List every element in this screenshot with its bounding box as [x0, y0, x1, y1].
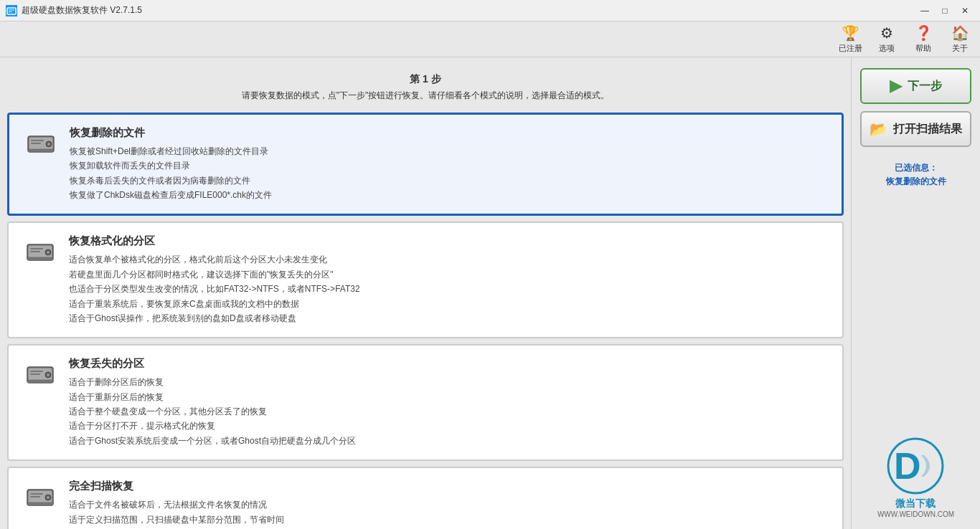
svg-rect-30	[27, 502, 53, 505]
option-text-scan: 完全扫描恢复 适合于文件名被破坏后，无法根据文件名恢复的情况适于定义扫描范围，只…	[69, 480, 327, 529]
svg-rect-0	[7, 8, 16, 14]
option-desc-lost: 适合于删除分区后的恢复适合于重新分区后的恢复适合于整个硬盘变成一个分区，其他分区…	[69, 375, 356, 448]
brand-url: WWW.WEIDOWN.COM	[877, 510, 954, 518]
brand-name: 微当下载	[895, 497, 936, 510]
options-container: 恢复删除的文件 恢复被Shift+Del删除或者经过回收站删除的文件目录恢复卸载…	[7, 113, 844, 529]
option-recover-lost[interactable]: 恢复丢失的分区 适合于删除分区后的恢复适合于重新分区后的恢复适合于整个硬盘变成一…	[7, 344, 844, 461]
toolbar-about[interactable]: 🏠 关于	[947, 24, 973, 54]
option-full-scan[interactable]: 完全扫描恢复 适合于文件名被破坏后，无法根据文件名恢复的情况适于定义扫描范围，只…	[7, 467, 844, 529]
app-title: 超级硬盘数据恢复软件 V2.7.1.5	[22, 4, 915, 16]
window-controls: — □ ✕	[915, 3, 974, 19]
svg-rect-22	[30, 373, 40, 375]
options-icon: ⚙	[880, 24, 893, 42]
option-icon-deleted	[24, 126, 58, 161]
svg-rect-23	[27, 380, 53, 383]
toolbar: 🏆 已注册 ⚙ 选项 ❓ 帮助 🏠 关于	[0, 22, 980, 57]
selected-info-label: 已选信息：	[895, 163, 938, 173]
svg-point-27	[47, 497, 50, 499]
next-label: 下一步	[908, 79, 942, 94]
option-title-lost: 恢复丢失的分区	[69, 357, 334, 371]
step-header: 第 1 步 请要恢复数据的模式，点"下一步"按钮进行恢复。请仔细看各个模式的说明…	[7, 65, 844, 113]
option-icon-lost	[23, 357, 57, 391]
about-icon: 🏠	[951, 24, 969, 42]
svg-text:D: D	[894, 445, 921, 487]
help-icon: ❓	[915, 24, 933, 42]
svg-rect-28	[30, 493, 43, 495]
selected-info-value: 恢复删除的文件	[886, 176, 946, 186]
option-recover-formatted[interactable]: 恢复格式化的分区 适合恢复单个被格式化的分区，格式化前后这个分区大小未发生变化若…	[7, 221, 844, 338]
toolbar-registered-label: 已注册	[839, 43, 862, 54]
registered-icon: 🏆	[842, 24, 859, 42]
svg-rect-15	[30, 251, 40, 252]
app-icon	[6, 5, 17, 16]
open-scan-button[interactable]: 📂 打开扫描结果	[860, 111, 971, 147]
toolbar-about-label: 关于	[952, 43, 968, 54]
option-recover-deleted[interactable]: 恢复删除的文件 恢复被Shift+Del删除或者经过回收站删除的文件目录恢复卸载…	[7, 113, 844, 216]
next-button[interactable]: ▶ 下一步	[860, 68, 971, 104]
next-icon: ▶	[890, 77, 902, 95]
svg-rect-7	[31, 140, 44, 141]
minimize-button[interactable]: —	[915, 3, 934, 19]
option-title-deleted: 恢复删除的文件	[70, 126, 250, 140]
close-button[interactable]: ✕	[956, 3, 974, 19]
step-title: 第 1 步	[7, 70, 844, 88]
selected-info: 已选信息： 恢复删除的文件	[886, 161, 946, 189]
option-icon-formatted	[23, 234, 57, 269]
option-title-formatted: 恢复格式化的分区	[69, 234, 339, 248]
option-text-lost: 恢复丢失的分区 适合于删除分区后的恢复适合于重新分区后的恢复适合于整个硬盘变成一…	[69, 357, 356, 448]
content-area: 第 1 步 请要恢复数据的模式，点"下一步"按钮进行恢复。请仔细看各个模式的说明…	[0, 57, 851, 529]
option-text-formatted: 恢复格式化的分区 适合恢复单个被格式化的分区，格式化前后这个分区大小未发生变化若…	[69, 234, 360, 325]
open-scan-label: 打开扫描结果	[893, 122, 962, 137]
maximize-button[interactable]: □	[936, 3, 954, 19]
body: 第 1 步 请要恢复数据的模式，点"下一步"按钮进行恢复。请仔细看各个模式的说明…	[0, 57, 980, 529]
svg-rect-29	[30, 496, 40, 497]
svg-point-20	[47, 374, 50, 376]
svg-rect-14	[30, 248, 43, 249]
toolbar-help[interactable]: ❓ 帮助	[910, 24, 936, 54]
right-sidebar: ▶ 下一步 📂 打开扫描结果 已选信息： 恢复删除的文件 D 微当下载 WWW.…	[851, 57, 980, 529]
option-title-scan: 完全扫描恢复	[69, 480, 306, 493]
svg-rect-21	[30, 371, 43, 372]
open-scan-icon: 📂	[870, 120, 887, 138]
option-icon-scan	[23, 480, 57, 514]
toolbar-options-label: 选项	[879, 43, 895, 54]
option-desc-deleted: 恢复被Shift+Del删除或者经过回收站删除的文件目录恢复卸载软件而丢失的文件…	[70, 144, 272, 203]
brand-area: D 微当下载 WWW.WEIDOWN.COM	[877, 437, 954, 518]
toolbar-options[interactable]: ⚙ 选项	[874, 24, 900, 54]
option-desc-scan: 适合于文件名被破坏后，无法根据文件名恢复的情况适于定义扫描范围，只扫描硬盘中某部…	[69, 497, 327, 529]
title-bar: 超级硬盘数据恢复软件 V2.7.1.5 — □ ✕	[0, 0, 980, 22]
toolbar-registered[interactable]: 🏆 已注册	[837, 24, 863, 54]
option-text-deleted: 恢复删除的文件 恢复被Shift+Del删除或者经过回收站删除的文件目录恢复卸载…	[70, 126, 272, 203]
svg-rect-9	[28, 149, 54, 152]
option-desc-formatted: 适合恢复单个被格式化的分区，格式化前后这个分区大小未发生变化若硬盘里面几个分区都…	[69, 252, 360, 325]
step-desc: 请要恢复数据的模式，点"下一步"按钮进行恢复。请仔细看各个模式的说明，选择最合适…	[7, 88, 844, 104]
svg-point-13	[47, 252, 50, 254]
svg-point-6	[48, 143, 50, 145]
svg-rect-16	[27, 257, 53, 260]
toolbar-help-label: 帮助	[915, 43, 931, 54]
svg-rect-8	[31, 143, 41, 144]
